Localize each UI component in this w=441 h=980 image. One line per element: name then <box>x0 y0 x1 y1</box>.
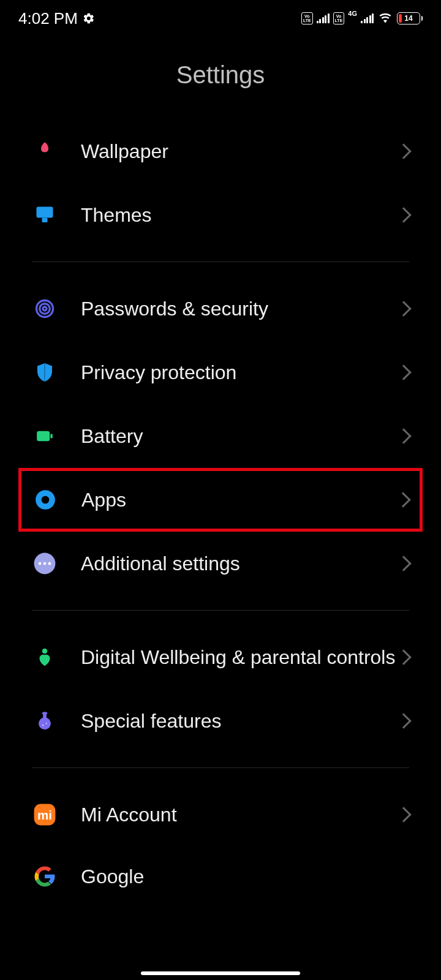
apps-gear-icon <box>32 487 58 513</box>
row-label: Google <box>81 865 409 888</box>
row-wallpaper[interactable]: Wallpaper <box>0 119 441 183</box>
svg-point-17 <box>42 712 48 714</box>
row-label: Mi Account <box>81 803 398 826</box>
row-label: Special features <box>81 709 398 733</box>
chevron-right-icon <box>395 492 410 507</box>
row-wellbeing[interactable]: Digital Wellbeing & parental controls <box>0 625 441 689</box>
signal-bars-1 <box>317 13 330 23</box>
status-left: 4:02 PM <box>18 9 95 28</box>
svg-rect-7 <box>50 434 53 439</box>
row-miaccount[interactable]: mi Mi Account <box>0 783 441 846</box>
gear-icon <box>83 12 95 24</box>
flask-icon <box>32 708 58 734</box>
battery-icon <box>32 423 58 449</box>
svg-rect-1 <box>37 207 53 218</box>
divider <box>32 262 409 262</box>
chevron-right-icon <box>396 649 411 665</box>
svg-rect-6 <box>37 431 50 441</box>
google-icon <box>32 864 58 889</box>
row-passwords[interactable]: Passwords & security <box>0 277 441 341</box>
network-label: 4G <box>348 10 357 17</box>
wellbeing-icon <box>32 644 58 670</box>
row-themes[interactable]: Themes <box>0 183 441 247</box>
svg-point-19 <box>46 723 47 724</box>
svg-rect-2 <box>42 218 48 223</box>
home-indicator[interactable] <box>141 971 300 975</box>
page-title: Settings <box>0 37 441 119</box>
settings-list: Wallpaper Themes Passwords & security Pr… <box>0 119 441 889</box>
row-label: Themes <box>81 203 398 227</box>
volte-badge-1: VoLTE <box>301 12 313 24</box>
fingerprint-icon <box>32 296 58 322</box>
svg-point-13 <box>48 562 51 565</box>
mi-icon: mi <box>32 802 58 827</box>
svg-point-12 <box>43 562 47 565</box>
chevron-right-icon <box>396 556 411 571</box>
svg-point-18 <box>42 725 44 726</box>
wifi-icon <box>377 12 393 24</box>
chevron-right-icon <box>396 364 411 380</box>
chevron-right-icon <box>396 807 411 822</box>
svg-point-11 <box>39 562 42 565</box>
row-label: Additional settings <box>81 552 398 575</box>
svg-point-14 <box>42 649 48 654</box>
chevron-right-icon <box>396 428 411 443</box>
status-bar: 4:02 PM VoLTE VoLTE 4G 14 <box>0 0 441 37</box>
row-label: Privacy protection <box>81 361 398 384</box>
divider <box>32 610 409 611</box>
volte-badge-2: VoLTE <box>333 12 345 24</box>
svg-point-5 <box>43 307 47 311</box>
row-label: Digital Wellbeing & parental controls <box>81 646 398 669</box>
row-privacy[interactable]: Privacy protection <box>0 341 441 404</box>
clock: 4:02 PM <box>18 9 78 28</box>
wallpaper-icon <box>32 138 58 164</box>
signal-bars-2 <box>361 13 374 23</box>
row-apps[interactable]: Apps <box>18 468 423 532</box>
row-label: Battery <box>81 424 398 448</box>
divider <box>32 767 409 768</box>
svg-point-15 <box>39 717 51 729</box>
more-icon <box>32 551 58 576</box>
row-label: Passwords & security <box>81 297 398 320</box>
row-battery[interactable]: Battery <box>0 404 441 468</box>
svg-point-4 <box>40 304 50 314</box>
chevron-right-icon <box>396 301 411 316</box>
battery-percent: 14 <box>404 14 412 23</box>
row-label: Apps <box>81 488 398 511</box>
chevron-right-icon <box>396 143 411 159</box>
svg-text:mi: mi <box>37 808 52 822</box>
themes-icon <box>32 202 58 228</box>
status-right: VoLTE VoLTE 4G 14 <box>301 12 423 24</box>
svg-point-9 <box>42 496 50 504</box>
chevron-right-icon <box>396 713 411 728</box>
row-label: Wallpaper <box>81 140 398 163</box>
chevron-right-icon <box>396 207 411 222</box>
row-google[interactable]: Google <box>0 846 441 889</box>
battery-indicator: 14 <box>397 12 423 24</box>
row-additional[interactable]: Additional settings <box>0 532 441 595</box>
row-special[interactable]: Special features <box>0 689 441 753</box>
shield-icon <box>32 360 58 385</box>
